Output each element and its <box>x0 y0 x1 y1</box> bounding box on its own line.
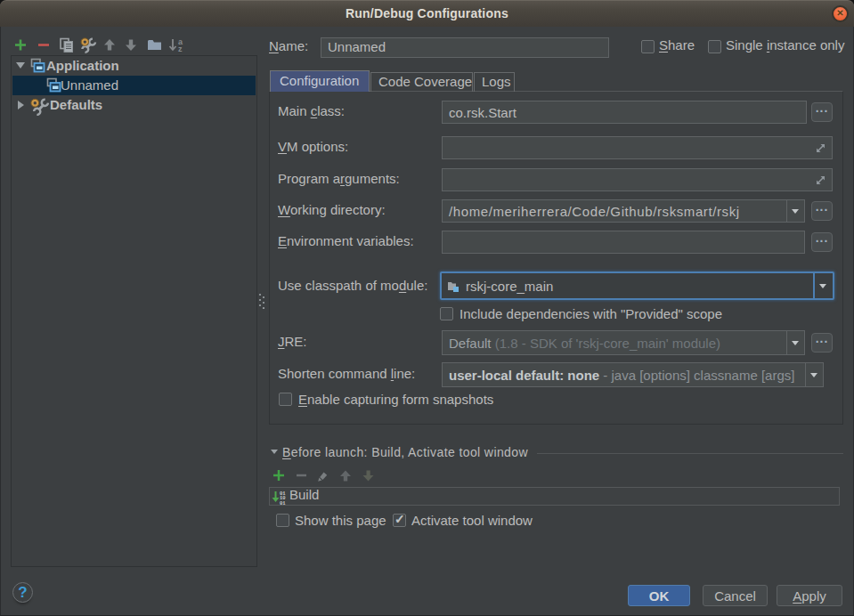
svg-text:01: 01 <box>280 500 286 506</box>
svg-text:z: z <box>178 45 183 53</box>
